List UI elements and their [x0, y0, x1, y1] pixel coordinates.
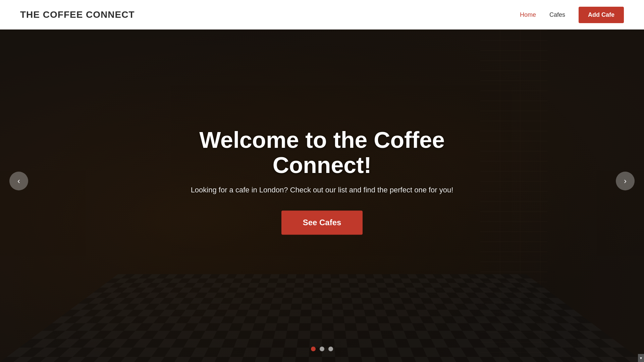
carousel-dots	[311, 347, 333, 351]
hero-section: ‹ Welcome to the Coffee Connect! Looking…	[0, 0, 644, 362]
nav-link-home[interactable]: Home	[520, 11, 536, 18]
hero-content: Welcome to the Coffee Connect! Looking f…	[171, 127, 473, 235]
scroll-indicator: ▼	[638, 354, 644, 362]
carousel-next-button[interactable]: ›	[616, 172, 635, 190]
carousel-dot-3[interactable]	[328, 347, 333, 351]
nav-link-cafes[interactable]: Cafes	[549, 11, 565, 18]
add-cafe-button[interactable]: Add Cafe	[579, 7, 624, 23]
carousel-prev-button[interactable]: ‹	[9, 172, 28, 190]
hero-title: Welcome to the Coffee Connect!	[171, 127, 473, 178]
nav-links: Home Cafes Add Cafe	[520, 7, 624, 23]
see-cafes-button[interactable]: See Cafes	[281, 210, 363, 235]
brand-logo: THE COFFEE CONNECT	[20, 9, 135, 20]
hero-subtitle: Looking for a cafe in London? Check out …	[171, 186, 473, 194]
navbar: THE COFFEE CONNECT Home Cafes Add Cafe	[0, 0, 644, 29]
carousel-dot-1[interactable]	[311, 347, 316, 351]
carousel-dot-2[interactable]	[320, 347, 324, 351]
